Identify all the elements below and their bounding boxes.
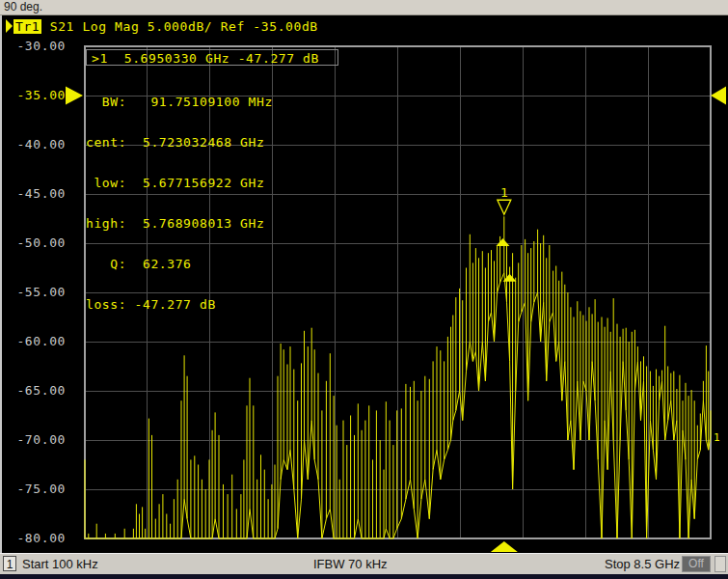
trace1-end-label: 1 [714,431,720,444]
status-bar: 1 Start 100 kHz IFBW 70 kHz Stop 8.5 GHz… [0,553,728,574]
bw-row: BW: 91.75109100 MHz [86,96,273,109]
off-button[interactable]: Off [682,556,711,572]
bandwidth-marker-icon [496,238,509,246]
channel-number-badge: 1 [3,556,16,571]
marker-1-triangle-icon[interactable] [498,200,511,214]
high-row: high: 5.768908013 GHz [86,217,273,231]
marker-1-stimulus-icon[interactable] [491,541,518,552]
analyzer-screen: 90 deg. Tr1 S21 Log Mag 5.000dB/ Ref -35… [0,0,728,579]
bottom-strip [0,574,728,579]
ref-level-indicator-left-icon [66,87,83,105]
ref-level-indicator-right-icon [711,87,726,105]
low-row: low: 5.677156922 GHz [86,177,273,190]
start-frequency-label: Start 100 kHz [22,557,98,571]
loss-row: loss: -47.277 dB [86,298,273,312]
ifbw-label: IFBW 70 kHz [313,557,388,571]
marker-1-label: 1 [500,185,508,200]
cent-row: cent: 5.723032468 GHz [86,136,273,150]
stop-frequency-label: Stop 8.5 GHz [605,557,680,571]
bandwidth-readout: BW: 91.75109100 MHz cent: 5.723032468 GH… [86,69,273,339]
statusbar-corner-button[interactable] [715,556,726,572]
q-row: Q: 62.376 [86,258,273,271]
marker-1-readout: >1 5.6950330 GHz -47.277 dB [86,49,338,66]
